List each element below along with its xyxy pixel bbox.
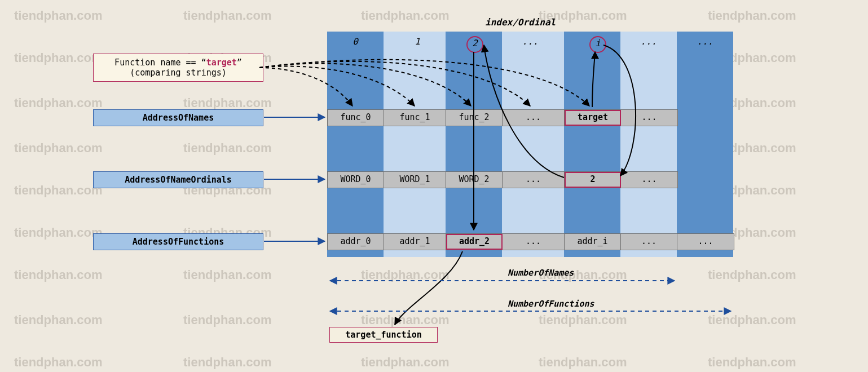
label-address-of-name-ordinals: AddressOfNameOrdinals [93, 171, 263, 188]
cell-names-dots: ... [503, 110, 565, 126]
cell-func-2: addr_2 [446, 234, 503, 250]
col-header-0: 0 [327, 36, 384, 47]
cell-ord-i: 2 [565, 172, 621, 188]
cell-func-dots: ... [503, 234, 565, 250]
annot-target: target [206, 57, 237, 68]
cell-names-0: func_0 [328, 110, 384, 126]
col-header-dots1: ... [502, 36, 558, 47]
cell-func-0: addr_0 [328, 234, 384, 250]
cell-func-i: addr_i [565, 234, 621, 250]
row-ordinals: WORD_0 WORD_1 WORD_2 ... 2 ... [327, 171, 678, 188]
cell-func-1: addr_1 [384, 234, 446, 250]
range-number-of-functions: NumberOfFunctions [508, 299, 594, 309]
cell-func-dots2: ... [621, 234, 677, 250]
col-header-1: 1 [389, 36, 446, 47]
cell-names-target: target [565, 110, 621, 126]
label-address-of-names: AddressOfNames [93, 109, 263, 126]
cell-ord-2: WORD_2 [446, 172, 503, 188]
annot-prefix: Function name == “ [114, 57, 206, 68]
col-header-dots3: ... [677, 36, 733, 47]
cell-names-2: func_2 [446, 110, 503, 126]
cell-ord-dots2: ... [621, 172, 677, 188]
row-functions: addr_0 addr_1 addr_2 ... addr_i ... ... [327, 233, 734, 250]
column-stripes [327, 32, 733, 257]
cell-ord-dots: ... [503, 172, 565, 188]
cell-names-dots2: ... [621, 110, 677, 126]
col-header-i: i [589, 36, 606, 53]
label-address-of-functions: AddressOfFunctions [93, 233, 263, 250]
diagram-root: (function(){ const txt = JSON.parse(docu… [0, 0, 868, 372]
annot-suffix: ” [237, 57, 242, 68]
cell-ord-0: WORD_0 [328, 172, 384, 188]
index-ordinal-title: index/Ordinal [485, 17, 556, 28]
annot-sub: (comparing strings) [130, 68, 227, 78]
range-number-of-names: NumberOfNames [508, 268, 574, 278]
cell-ord-1: WORD_1 [384, 172, 446, 188]
row-names: func_0 func_1 func_2 ... target ... [327, 109, 678, 126]
arrow-addr2-to-result [395, 251, 462, 325]
comparison-annotation: Function name == “target” (comparing str… [93, 54, 263, 82]
cell-names-1: func_1 [384, 110, 446, 126]
col-header-2: 2 [466, 36, 483, 53]
result-target-function: target_function [329, 327, 438, 343]
cell-func-dots3: ... [677, 234, 734, 250]
col-header-dots2: ... [620, 36, 677, 47]
